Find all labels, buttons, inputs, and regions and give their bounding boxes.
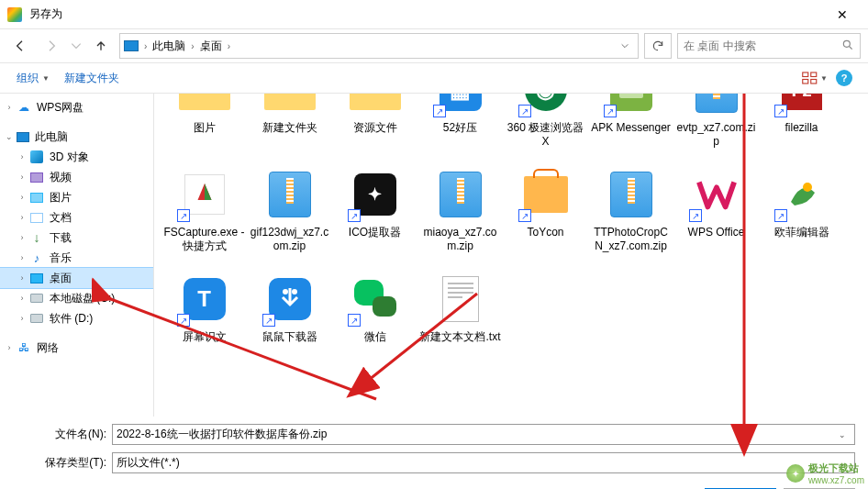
search-icon[interactable] xyxy=(841,39,854,54)
breadcrumb[interactable]: › 此电脑 › 桌面 › xyxy=(119,33,639,59)
svg-rect-1 xyxy=(803,72,808,77)
filetype-value: 所以文件(*.*) xyxy=(117,455,834,471)
file-item[interactable]: Fz↗filezilla xyxy=(759,94,844,152)
file-label: gif123dwj_xz7.com.zip xyxy=(249,226,330,253)
chevron-down-icon[interactable]: ⌄ xyxy=(834,459,851,468)
filename-field[interactable]: ⌄ xyxy=(112,424,855,445)
crumb-desktop[interactable]: 桌面 xyxy=(196,37,226,56)
tree-this-pc[interactable]: ⌄此电脑 xyxy=(0,127,153,147)
file-item[interactable]: gif123dwj_xz7.com.zip xyxy=(247,161,332,257)
cube-icon xyxy=(29,150,44,164)
filename-input[interactable] xyxy=(117,428,834,441)
file-label: APK Messenger xyxy=(591,121,671,135)
tree-disk-d[interactable]: ›软件 (D:) xyxy=(0,308,153,328)
file-item[interactable]: miaoya_xz7.com.zip xyxy=(417,161,503,257)
window-title: 另存为 xyxy=(29,6,824,22)
file-item[interactable]: evtp_xz7.com.zip xyxy=(673,94,759,152)
file-item[interactable]: T↗屏幕识文 xyxy=(161,266,247,348)
file-label: WPS Office xyxy=(688,226,745,239)
file-list[interactable]: 图片新建文件夹资源文件▦↗52好压◉↗360 极速浏览器X↗APK Messen… xyxy=(154,94,868,417)
file-item[interactable]: 图片 xyxy=(161,94,247,152)
svg-rect-3 xyxy=(803,80,808,84)
filename-label: 文件名(N): xyxy=(13,427,112,442)
file-item[interactable]: 资源文件 xyxy=(332,94,417,152)
file-label: 图片 xyxy=(194,121,216,135)
tree-pictures[interactable]: ›图片 xyxy=(0,187,153,207)
disk-icon xyxy=(29,291,44,306)
file-icon: T↗ xyxy=(175,270,234,328)
picture-icon xyxy=(29,190,44,205)
tree-videos[interactable]: ›视频 xyxy=(0,167,153,187)
file-label: 360 极速浏览器X xyxy=(505,121,586,149)
music-icon: ♪ xyxy=(29,250,44,265)
disk-icon xyxy=(29,311,44,326)
file-icon: ↗ xyxy=(773,165,831,224)
chevron-down-icon[interactable]: ⌄ xyxy=(834,430,851,439)
file-icon xyxy=(431,270,490,328)
file-item[interactable]: ↗欧菲编辑器 xyxy=(759,161,844,257)
tree-music[interactable]: ›♪音乐 xyxy=(0,248,153,268)
help-icon: ? xyxy=(836,70,852,86)
navigation-tree[interactable]: ›☁WPS网盘 ⌄此电脑 ›3D 对象 ›视频 ›图片 ›文档 ›↓下载 ›♪音… xyxy=(0,94,154,417)
organize-menu[interactable]: 组织▼ xyxy=(11,67,55,90)
svg-point-0 xyxy=(843,40,850,47)
file-icon: ↗ xyxy=(602,94,661,119)
file-item[interactable]: ▦↗52好压 xyxy=(417,94,503,152)
file-icon: Fz↗ xyxy=(773,94,831,119)
forward-button[interactable] xyxy=(39,34,64,58)
view-options-button[interactable]: ▼ xyxy=(802,67,828,89)
close-button[interactable]: ✕ xyxy=(824,0,861,29)
refresh-button[interactable] xyxy=(644,33,672,59)
chevron-down-icon: ⌄ xyxy=(4,131,15,142)
tree-documents[interactable]: ›文档 xyxy=(0,207,153,228)
file-item[interactable]: ↗WPS Office xyxy=(673,161,759,257)
search-input[interactable] xyxy=(684,39,841,52)
tree-desktop[interactable]: ›桌面 xyxy=(0,268,153,288)
svg-point-6 xyxy=(283,289,288,295)
chevron-right-icon: › xyxy=(191,41,194,51)
pc-icon xyxy=(124,40,139,51)
file-icon xyxy=(687,94,746,119)
tree-3d-objects[interactable]: ›3D 对象 xyxy=(0,147,153,167)
file-item[interactable]: ✦↗ICO提取器 xyxy=(332,161,417,257)
tree-downloads[interactable]: ›↓下载 xyxy=(0,228,153,248)
file-label: filezilla xyxy=(785,121,818,135)
file-item[interactable]: ↗APK Messenger xyxy=(588,94,673,152)
file-icon xyxy=(602,165,661,224)
app-icon xyxy=(7,7,22,22)
breadcrumb-dropdown[interactable] xyxy=(616,34,634,58)
crumb-this-pc[interactable]: 此电脑 xyxy=(149,37,189,56)
address-bar: › 此电脑 › 桌面 › xyxy=(0,29,868,62)
desktop-icon xyxy=(29,271,44,285)
tree-wps-cloud[interactable]: ›☁WPS网盘 xyxy=(0,97,153,117)
file-item[interactable]: 新建文本文档.txt xyxy=(417,266,503,348)
file-label: 屏幕识文 xyxy=(183,330,227,344)
filetype-field[interactable]: 所以文件(*.*) ⌄ xyxy=(112,452,855,473)
search-box[interactable] xyxy=(677,33,861,59)
up-button[interactable] xyxy=(88,34,114,58)
file-icon: ↗ xyxy=(175,165,234,224)
help-button[interactable]: ? xyxy=(831,67,857,89)
file-label: TTPhotoCropCN_xz7.com.zip xyxy=(590,226,672,253)
back-button[interactable] xyxy=(7,34,33,58)
file-label: ICO提取器 xyxy=(349,226,401,239)
document-icon xyxy=(29,210,44,225)
file-label: 资源文件 xyxy=(353,121,397,135)
toolbar: 组织▼ 新建文件夹 ▼ ? xyxy=(0,62,868,94)
file-item[interactable]: ↗微信 xyxy=(332,266,417,348)
svg-rect-4 xyxy=(811,80,817,84)
file-item[interactable]: TTPhotoCropCN_xz7.com.zip xyxy=(588,161,673,257)
file-item[interactable]: ↗ToYcon xyxy=(503,161,588,257)
save-form: 文件名(N): ⌄ 保存类型(T): 所以文件(*.*) ⌄ xyxy=(0,417,868,473)
file-item[interactable]: ◉↗360 极速浏览器X xyxy=(503,94,588,152)
recent-dropdown[interactable] xyxy=(70,34,83,58)
cloud-icon: ☁ xyxy=(17,100,31,115)
file-icon xyxy=(175,94,234,119)
tree-disk-c[interactable]: ›本地磁盘 (C:) xyxy=(0,288,153,308)
file-item[interactable]: ↗鼠鼠下载器 xyxy=(247,266,332,348)
new-folder-button[interactable]: 新建文件夹 xyxy=(59,67,125,90)
file-item[interactable]: 新建文件夹 xyxy=(247,94,332,152)
file-item[interactable]: ↗FSCapture.exe - 快捷方式 xyxy=(161,161,247,257)
file-icon: ↗ xyxy=(261,270,319,328)
tree-network[interactable]: ›🖧网络 xyxy=(0,338,153,358)
